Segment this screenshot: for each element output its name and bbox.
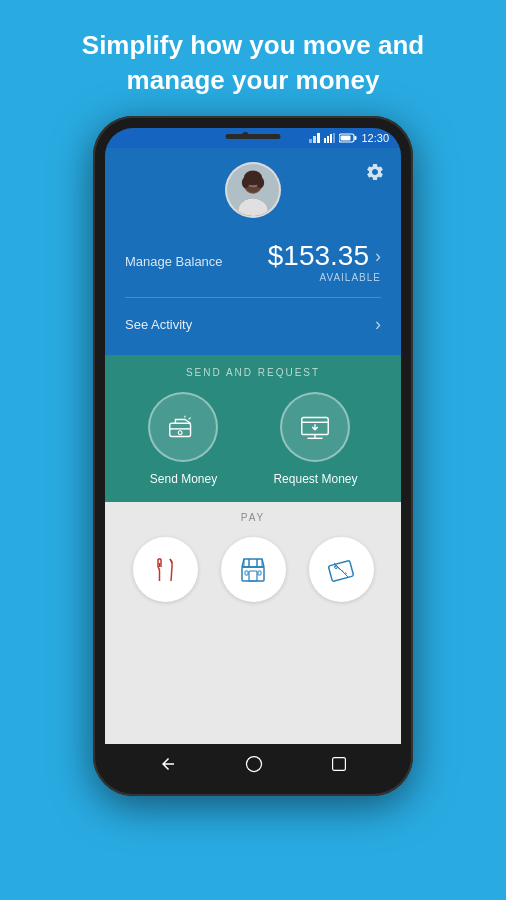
send-request-title: SEND AND REQUEST xyxy=(121,367,385,378)
svg-rect-8 xyxy=(355,136,357,140)
avatar-image xyxy=(227,162,279,218)
svg-rect-33 xyxy=(245,571,248,575)
svg-rect-5 xyxy=(330,134,332,143)
nav-home-button[interactable] xyxy=(244,754,264,774)
headline-line1: Simplify how you move and xyxy=(82,30,424,60)
settings-icon[interactable] xyxy=(365,162,385,187)
restaurant-icon xyxy=(150,555,180,585)
home-icon xyxy=(244,754,264,774)
headline: Simplify how you move and manage your mo… xyxy=(42,0,464,116)
headline-line2: manage your money xyxy=(127,65,380,95)
pay-row xyxy=(121,537,385,602)
svg-point-43 xyxy=(246,757,261,772)
store-icon-circle xyxy=(221,537,286,602)
activity-label: See Activity xyxy=(125,317,192,332)
request-money-button[interactable]: Request Money xyxy=(273,392,357,486)
signal-icon xyxy=(309,133,321,143)
nav-back-button[interactable] xyxy=(159,755,177,773)
restaurant-icon-circle xyxy=(133,537,198,602)
divider xyxy=(125,297,381,298)
send-money-label: Send Money xyxy=(150,472,217,486)
coupon-icon xyxy=(326,555,356,585)
request-money-label: Request Money xyxy=(273,472,357,486)
send-request-section: SEND AND REQUEST xyxy=(105,355,401,502)
svg-point-16 xyxy=(242,177,249,188)
svg-marker-0 xyxy=(309,139,312,143)
send-money-button[interactable]: Send Money xyxy=(148,392,218,486)
phone: 12:30 xyxy=(93,116,413,796)
phone-screen: 12:30 xyxy=(105,128,401,784)
request-money-icon xyxy=(298,410,332,444)
nav-recent-button[interactable] xyxy=(331,756,347,772)
pay-store-button[interactable] xyxy=(221,537,286,602)
svg-marker-1 xyxy=(313,136,316,143)
pay-restaurant-button[interactable] xyxy=(133,537,198,602)
activity-chevron: › xyxy=(375,314,381,335)
actions-row: Send Money xyxy=(121,392,385,486)
balance-row: Manage Balance $153.35 › AVAILABLE xyxy=(121,234,385,289)
svg-point-17 xyxy=(257,177,264,188)
send-money-icon xyxy=(166,410,200,444)
pay-coupon-button[interactable] xyxy=(309,537,374,602)
send-money-icon-circle xyxy=(148,392,218,462)
activity-row[interactable]: See Activity › xyxy=(121,306,385,339)
nav-bar xyxy=(105,744,401,784)
phone-earpiece xyxy=(226,134,281,139)
status-time: 12:30 xyxy=(361,132,389,144)
user-avatar[interactable] xyxy=(225,162,281,218)
back-icon xyxy=(159,755,177,773)
status-icons xyxy=(309,133,357,143)
svg-point-21 xyxy=(179,431,183,435)
balance-right[interactable]: $153.35 › AVAILABLE xyxy=(268,240,381,283)
store-icon xyxy=(238,555,268,585)
svg-rect-3 xyxy=(324,138,326,143)
header-top xyxy=(121,162,385,218)
lte-icon xyxy=(324,133,336,143)
svg-marker-2 xyxy=(317,133,320,143)
coupon-icon-circle xyxy=(309,537,374,602)
svg-rect-9 xyxy=(341,136,351,141)
request-money-icon-circle xyxy=(280,392,350,462)
phone-camera xyxy=(242,132,249,139)
balance-amount-row: $153.35 › xyxy=(268,240,381,272)
phone-body: 12:30 xyxy=(93,116,413,796)
gear-svg xyxy=(365,162,385,182)
svg-rect-44 xyxy=(333,758,346,771)
header-area: Manage Balance $153.35 › AVAILABLE See A… xyxy=(105,148,401,355)
svg-rect-4 xyxy=(327,136,329,143)
svg-rect-6 xyxy=(333,133,335,143)
svg-line-42 xyxy=(334,563,348,577)
pay-section: PAY xyxy=(105,502,401,744)
manage-balance-label: Manage Balance xyxy=(125,254,223,269)
svg-rect-39 xyxy=(328,560,353,581)
pay-title: PAY xyxy=(121,512,385,523)
balance-available: AVAILABLE xyxy=(268,272,381,283)
svg-rect-34 xyxy=(258,571,261,575)
balance-chevron: › xyxy=(375,246,381,267)
recent-icon xyxy=(331,756,347,772)
balance-value: $153.35 xyxy=(268,240,369,272)
battery-icon xyxy=(339,133,357,143)
svg-rect-32 xyxy=(249,571,257,581)
